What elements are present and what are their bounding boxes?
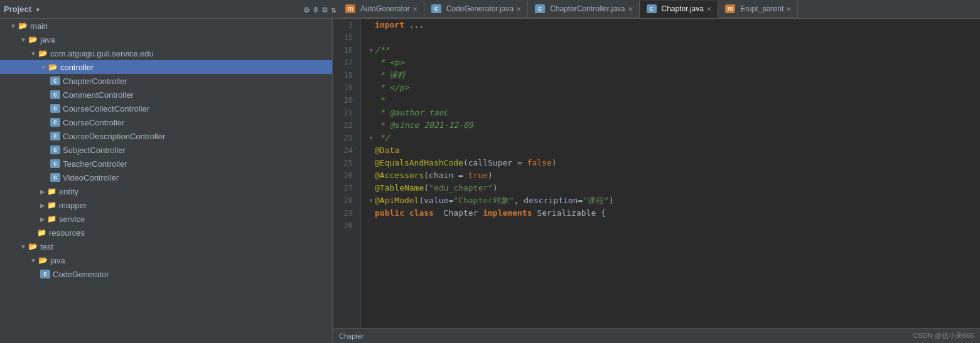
tab-bar: mAutoGenerator✕cCodeGenerator.java✕cChap… xyxy=(339,1,976,18)
chapter-close[interactable]: ✕ xyxy=(706,6,711,13)
sidebar-item-service-folder[interactable]: ▶📁service xyxy=(0,212,332,226)
chaptercontroller-close[interactable]: ✕ xyxy=(628,6,633,13)
video-controller-file-icon: c xyxy=(50,173,60,182)
sidebar-item-com-package[interactable]: ▼📂com.atguigu.guli.service.edu xyxy=(0,46,332,60)
code-line-3: import ... xyxy=(367,19,980,31)
course-controller-label: CourseController xyxy=(63,118,124,127)
sidebar-item-entity-folder[interactable]: ▶📁entity xyxy=(0,184,332,198)
service-folder-folder-icon: 📁 xyxy=(47,214,57,223)
sidebar-item-course-description-controller[interactable]: cCourseDescriptionController xyxy=(0,129,332,143)
autogenerator-label: AutoGenerator xyxy=(360,4,410,13)
sidebar-item-main[interactable]: ▼📂main xyxy=(0,19,332,33)
code-line-25: @EqualsAndHashCode(callSuper = false) xyxy=(367,157,980,169)
code-line-16: ▼/** xyxy=(367,44,980,56)
erupt_parent-close[interactable]: ✕ xyxy=(786,6,791,13)
test-folder-chevron: ▼ xyxy=(20,243,26,250)
code-generator-label: CodeGenerator xyxy=(53,270,109,279)
split-icon[interactable]: ≑ xyxy=(313,4,318,14)
controller-folder-chevron: ▼ xyxy=(40,64,46,71)
line-num-17: 17 xyxy=(333,56,355,69)
entity-folder-label: entity xyxy=(59,187,78,196)
code-content-27: @TableName("edu_chapter") xyxy=(375,182,498,194)
erupt_parent-icon: m xyxy=(725,4,735,13)
java-chevron: ▼ xyxy=(20,36,26,43)
chaptercontroller-label: ChapterController.java xyxy=(550,4,625,13)
code-line-18: * 课程 xyxy=(367,69,980,82)
sidebar-item-video-controller[interactable]: cVideoController xyxy=(0,171,332,184)
status-bar: Chapter CSDN @信小呆666 xyxy=(333,328,980,343)
autogenerator-close[interactable]: ✕ xyxy=(412,6,417,13)
resources-folder-folder-icon: 📁 xyxy=(37,228,46,237)
dropdown-icon[interactable]: ▾ xyxy=(35,4,40,14)
code-content-18: * 课程 xyxy=(375,69,406,82)
sort-icon[interactable]: ⇅ xyxy=(331,4,337,14)
sidebar-item-test-java[interactable]: ▼📂java xyxy=(0,253,332,267)
sidebar-item-code-generator[interactable]: cCodeGenerator xyxy=(0,267,332,281)
sidebar-item-resources-folder[interactable]: ▶📁resources xyxy=(0,226,332,240)
line-num-16: 16 xyxy=(333,44,355,56)
line-num-26: 26 xyxy=(333,169,355,182)
sidebar-item-controller-folder[interactable]: ▼📂controller xyxy=(0,60,332,74)
line-num-27: 27 xyxy=(333,182,355,194)
line-num-25: 25 xyxy=(333,157,355,169)
line-num-3: 3 xyxy=(333,19,355,31)
test-java-folder-icon: 📂 xyxy=(38,256,48,265)
line-num-23: 23 xyxy=(333,132,355,144)
sidebar-item-subject-controller[interactable]: cSubjectController xyxy=(0,143,332,157)
codegenerator-close[interactable]: ✕ xyxy=(516,6,521,13)
code-line-26: @Accessors(chain = true) xyxy=(367,169,980,182)
code-line-24: @Data xyxy=(367,144,980,157)
sidebar-item-mapper-folder[interactable]: ▶📁mapper xyxy=(0,198,332,212)
sidebar-item-java[interactable]: ▼📂java xyxy=(0,33,332,46)
code-content-26: @Accessors(chain = true) xyxy=(375,169,493,182)
code-content-23: */ xyxy=(375,132,389,144)
subject-controller-file-icon: c xyxy=(50,145,60,154)
code-line-15 xyxy=(367,31,980,44)
code-area[interactable]: 315161718192021222324252627282930 import… xyxy=(333,19,980,328)
line-num-24: 24 xyxy=(333,144,355,157)
sidebar-item-chapter-controller[interactable]: cChapterController xyxy=(0,74,332,88)
chaptercontroller-icon: c xyxy=(535,4,545,13)
settings-icon[interactable]: ⚙ xyxy=(304,4,309,14)
main-folder-icon: 📂 xyxy=(18,21,28,30)
course-description-controller-file-icon: c xyxy=(50,132,60,140)
fold-btn-28[interactable]: ▼ xyxy=(367,194,375,207)
comment-controller-file-icon: c xyxy=(50,90,60,99)
code-content-19: * </p> xyxy=(375,82,409,94)
code-content-29: public class Chapter implements Serializ… xyxy=(375,207,606,219)
line-numbers: 315161718192021222324252627282930 xyxy=(333,19,361,328)
mapper-folder-label: mapper xyxy=(59,201,87,210)
code-line-29: public class Chapter implements Serializ… xyxy=(367,207,980,219)
code-content-20: * xyxy=(375,94,385,107)
fold-btn-16[interactable]: ▼ xyxy=(367,44,375,56)
line-num-30: 30 xyxy=(333,219,355,232)
mapper-folder-folder-icon: 📁 xyxy=(47,201,57,209)
service-folder-label: service xyxy=(59,214,85,224)
sidebar-item-test-folder[interactable]: ▼📂test xyxy=(0,240,332,253)
code-content-28: @ApiModel(value="Chapter对象", description… xyxy=(375,194,614,207)
sidebar-item-comment-controller[interactable]: cCommentController xyxy=(0,88,332,102)
code-line-19: * </p> xyxy=(367,82,980,94)
sidebar-item-teacher-controller[interactable]: cTeacherController xyxy=(0,157,332,171)
tab-autogenerator[interactable]: mAutoGenerator✕ xyxy=(339,1,424,18)
test-java-label: java xyxy=(50,256,65,265)
tab-codegenerator[interactable]: cCodeGenerator.java✕ xyxy=(425,1,528,18)
line-num-19: 19 xyxy=(333,82,355,94)
tab-chapter[interactable]: cChapter.java✕ xyxy=(640,1,718,18)
code-content-22: * @since 2021-12-09 xyxy=(375,119,473,132)
tab-chaptercontroller[interactable]: cChapterController.java✕ xyxy=(529,1,639,18)
course-controller-file-icon: c xyxy=(50,118,60,127)
chapter-label: Chapter.java xyxy=(662,4,704,13)
line-num-20: 20 xyxy=(333,94,355,107)
teacher-controller-label: TeacherController xyxy=(63,159,127,169)
sidebar-item-course-collect-controller[interactable]: cCourseCollectController xyxy=(0,102,332,115)
code-line-27: @TableName("edu_chapter") xyxy=(367,182,980,194)
teacher-controller-file-icon: c xyxy=(50,159,60,168)
codegenerator-label: CodeGenerator.java xyxy=(446,4,514,13)
gear-icon[interactable]: ⚙ xyxy=(322,4,327,14)
sidebar-item-course-controller[interactable]: cCourseController xyxy=(0,115,332,129)
tab-erupt_parent[interactable]: mErupt_parent✕ xyxy=(719,1,798,18)
fold-btn-23[interactable]: ▼ xyxy=(367,132,375,144)
code-content-17: * <p> xyxy=(375,56,404,69)
line-num-22: 22 xyxy=(333,119,355,132)
